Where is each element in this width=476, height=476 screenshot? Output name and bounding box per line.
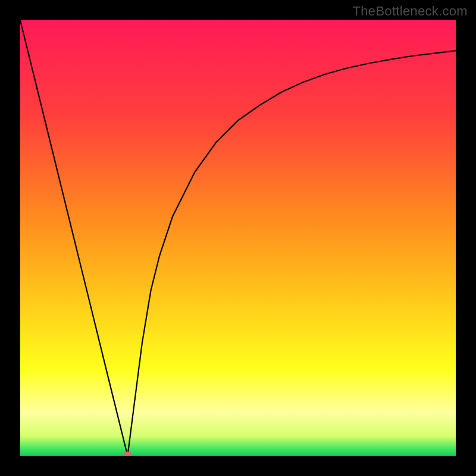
plot-background (20, 20, 456, 456)
watermark-text: TheBottleneck.com (353, 4, 468, 19)
chart-frame: TheBottleneck.com (0, 0, 476, 476)
plot-area (20, 20, 456, 456)
plot-svg (20, 20, 456, 456)
